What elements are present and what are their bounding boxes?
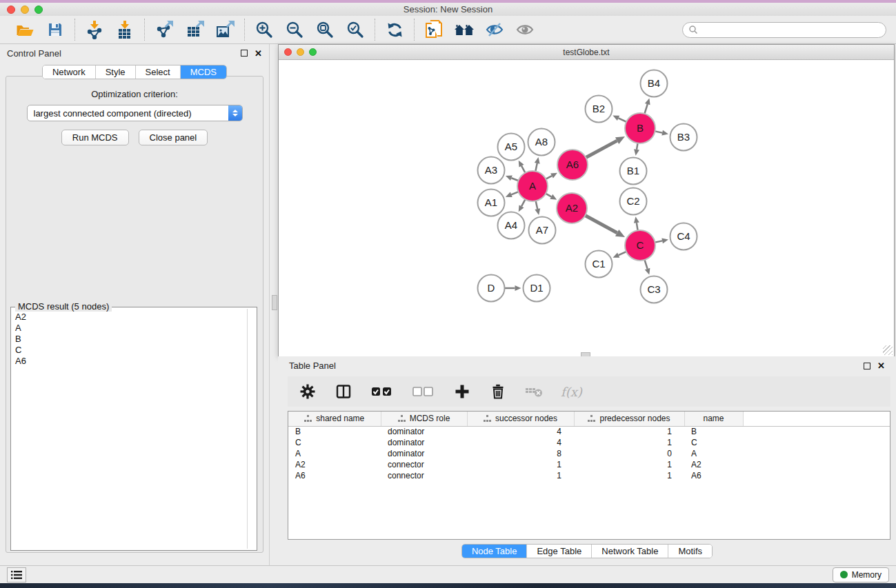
zoom-out-icon[interactable] (284, 19, 305, 40)
main-titlebar[interactable]: Session: New Session (0, 3, 896, 16)
column-header[interactable]: MCDS role (381, 412, 467, 426)
zoom-fit-icon[interactable] (315, 19, 335, 40)
network-window-titlebar[interactable]: testGlobe.txt (279, 45, 894, 60)
result-item[interactable]: A6 (15, 356, 252, 367)
tab-mcds[interactable]: MCDS (181, 65, 226, 79)
export-table-icon[interactable] (184, 19, 205, 40)
split-table-view-icon[interactable] (335, 383, 352, 401)
table-cell[interactable]: 4 (467, 437, 574, 448)
memory-status-icon (840, 571, 848, 578)
tab-network[interactable]: Network (43, 65, 96, 79)
new-session-from-network-icon[interactable] (424, 19, 444, 40)
table-cell[interactable]: 1 (467, 470, 574, 481)
table-cell[interactable]: C (684, 437, 743, 448)
tab-node-table[interactable]: Node Table (462, 545, 528, 558)
row-filler (743, 459, 890, 470)
delete-table-icon[interactable] (525, 383, 543, 401)
graph-edge-arrow (515, 285, 521, 291)
create-column-plus-icon[interactable] (453, 383, 471, 401)
result-item[interactable]: B (15, 334, 252, 345)
zoom-selected-icon[interactable] (345, 19, 366, 40)
table-cell[interactable]: 1 (467, 459, 574, 470)
table-cell[interactable]: connector (381, 470, 467, 481)
zoom-in-icon[interactable] (254, 19, 275, 40)
tab-network-table[interactable]: Network Table (592, 545, 668, 558)
table-cell[interactable]: B (684, 426, 743, 437)
close-table-panel-icon[interactable] (877, 361, 885, 370)
hide-graphics-details-icon[interactable] (484, 19, 505, 40)
splitter-handle-left[interactable] (272, 295, 277, 310)
table-row[interactable]: Bdominator41B (288, 426, 890, 437)
table-cell[interactable]: dominator (381, 448, 467, 459)
float-panel-icon[interactable] (241, 50, 248, 57)
deselect-all-columns-icon[interactable] (412, 383, 435, 401)
tab-style[interactable]: Style (96, 65, 136, 79)
table-cell[interactable]: B (288, 426, 381, 437)
export-network-icon[interactable] (154, 19, 175, 40)
result-scrollbar[interactable] (247, 309, 248, 549)
close-panel-button[interactable]: Close panel (139, 130, 208, 145)
graph-node-label: D1 (530, 282, 543, 294)
table-cell[interactable]: A2 (288, 459, 381, 470)
refresh-view-icon[interactable] (384, 19, 405, 40)
table-row[interactable]: Cdominator41C (288, 437, 890, 448)
resize-grip[interactable] (883, 345, 893, 355)
table-cell[interactable]: 4 (467, 426, 574, 437)
search-field[interactable] (682, 22, 886, 38)
criterion-dropdown[interactable]: largest connected component (directed) (27, 105, 243, 121)
run-mcds-button[interactable]: Run MCDS (61, 130, 129, 145)
column-header[interactable]: predecessor nodes (574, 412, 684, 426)
graph-node-label: C (637, 239, 644, 251)
column-edit-icon (304, 415, 312, 422)
column-header[interactable]: successor nodes (467, 412, 574, 426)
home-icon[interactable] (454, 19, 475, 40)
float-table-panel-icon[interactable] (864, 363, 870, 369)
result-item[interactable]: A2 (15, 312, 252, 323)
import-network-icon[interactable] (84, 19, 105, 40)
table-cell[interactable]: A6 (684, 470, 743, 481)
table-cell[interactable]: 1 (574, 459, 684, 470)
mcds-result-list[interactable]: A2ABCA6 (11, 307, 257, 371)
search-input[interactable] (698, 25, 880, 34)
table-cell[interactable]: 8 (467, 448, 574, 459)
save-session-icon[interactable] (45, 19, 66, 40)
task-history-button[interactable] (7, 567, 26, 582)
table-cell[interactable]: 1 (574, 470, 684, 481)
table-cell[interactable]: A6 (288, 470, 381, 481)
table-row[interactable]: A2connector11A2 (288, 459, 890, 470)
network-graph[interactable]: B4B2BB3A8A5A6B1A3AC2A1A2A4A7C4CC1DD1C3 (279, 60, 894, 356)
table-cell[interactable]: A (684, 448, 743, 459)
tab-edge-table[interactable]: Edge Table (527, 545, 592, 558)
table-cell[interactable]: 0 (574, 448, 684, 459)
table-cell[interactable]: 1 (574, 426, 684, 437)
tab-select[interactable]: Select (136, 65, 181, 79)
import-table-icon[interactable] (115, 19, 135, 40)
column-header-label: name (703, 414, 724, 423)
delete-column-trash-icon[interactable] (489, 383, 507, 401)
table-cell[interactable]: 1 (574, 437, 684, 448)
table-settings-gear-icon[interactable] (299, 383, 317, 401)
result-item[interactable]: C (15, 345, 252, 356)
network-canvas[interactable]: B4B2BB3A8A5A6B1A3AC2A1A2A4A7C4CC1DD1C3 (279, 60, 894, 356)
result-item[interactable]: A (15, 323, 252, 334)
column-header[interactable]: shared name (288, 412, 381, 426)
select-all-columns-icon[interactable] (370, 383, 394, 401)
graph-node-label: A3 (485, 164, 497, 176)
table-cell[interactable]: A (288, 448, 381, 459)
table-cell[interactable]: connector (381, 459, 467, 470)
function-builder-icon[interactable]: f(x) (561, 385, 582, 399)
optimization-criterion-label: Optimization criterion: (6, 89, 263, 99)
table-row[interactable]: A6connector11A6 (288, 470, 890, 481)
tab-motifs[interactable]: Motifs (668, 545, 712, 558)
export-image-icon[interactable] (215, 19, 235, 40)
column-header[interactable]: name (684, 412, 743, 426)
table-cell[interactable]: A2 (684, 459, 743, 470)
table-cell[interactable]: C (288, 437, 381, 448)
memory-button[interactable]: Memory (833, 567, 889, 582)
table-cell[interactable]: dominator (381, 437, 467, 448)
show-graphics-details-icon[interactable] (515, 19, 535, 40)
table-cell[interactable]: dominator (381, 426, 467, 437)
close-panel-icon[interactable] (255, 49, 262, 58)
table-row[interactable]: Adominator80A (288, 448, 890, 459)
open-session-icon[interactable] (14, 19, 35, 40)
